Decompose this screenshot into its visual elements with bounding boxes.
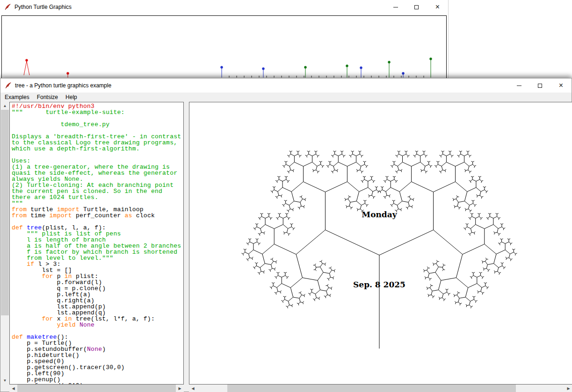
code-vertical-scrollbar[interactable]: ▲ ▼ [1, 102, 9, 385]
scroll-up-button[interactable]: ▲ [1, 102, 9, 110]
bg-turtle-canvas [1, 15, 447, 86]
bg-close-button[interactable]: × [427, 0, 448, 14]
fg-window-controls: × [508, 78, 572, 93]
canvas-horizontal-scrollbar[interactable]: ◀ ▶ [189, 385, 572, 392]
scroll-down-button[interactable]: ▼ [1, 377, 9, 385]
scroll-right-button[interactable]: ▶ [176, 385, 184, 392]
app-feather-icon [4, 3, 12, 11]
app-feather-icon [5, 82, 12, 89]
bg-window: Python Turtle Graphics × [0, 0, 449, 86]
menu-examples[interactable]: Examples [1, 93, 33, 102]
left-arrow-icon: ◀ [191, 387, 194, 391]
turtle-canvas-svg: MondaySep. 8 2025 [189, 102, 572, 384]
menu-help[interactable]: Help [62, 93, 81, 102]
scroll-left-button[interactable]: ◀ [189, 385, 197, 392]
maximize-icon [538, 84, 542, 88]
fg-window-title: tree - a Python turtle graphics example [15, 82, 111, 89]
bg-window-titlebar[interactable]: Python Turtle Graphics × [0, 0, 448, 14]
maximize-icon [414, 5, 419, 9]
right-arrow-icon: ▶ [567, 387, 570, 391]
bg-canvas-svg [2, 16, 446, 85]
fg-maximize-button[interactable] [529, 78, 550, 93]
up-arrow-icon: ▲ [3, 104, 7, 108]
menu-fontsize[interactable]: Fontsize [33, 93, 62, 102]
fg-minimize-button[interactable] [508, 78, 529, 93]
bg-window-title: Python Turtle Graphics [14, 4, 72, 10]
close-icon: × [559, 82, 563, 89]
bg-minimize-button[interactable] [385, 0, 406, 14]
left-arrow-icon: ◀ [12, 387, 14, 391]
code-editor[interactable]: #!/usr/bin/env python3""" turtle-example… [9, 102, 184, 385]
bg-maximize-button[interactable] [406, 0, 427, 14]
code-text: #!/usr/bin/env python3""" turtle-example… [10, 102, 183, 385]
fg-window: tree - a Python turtle graphics example … [0, 78, 572, 392]
minimize-icon [517, 86, 521, 86]
code-hscroll-thumb[interactable] [17, 385, 176, 392]
turtle-canvas: MondaySep. 8 2025 [189, 102, 572, 385]
right-arrow-icon: ▶ [178, 387, 181, 391]
fg-close-button[interactable]: × [550, 78, 572, 93]
menubar: Examples Fontsize Help [0, 93, 572, 102]
close-icon: × [435, 3, 440, 11]
bg-window-controls: × [385, 0, 448, 14]
minimize-icon [393, 7, 398, 7]
canvas-hscroll-thumb[interactable] [227, 385, 516, 392]
code-horizontal-scrollbar[interactable]: ◀ ▶ [9, 385, 184, 392]
svg-text:Monday: Monday [362, 210, 397, 219]
svg-text:Sep. 8 2025: Sep. 8 2025 [353, 280, 405, 289]
down-arrow-icon: ▼ [3, 379, 7, 383]
code-vscroll-thumb[interactable] [1, 110, 9, 315]
scroll-left-button[interactable]: ◀ [9, 385, 17, 392]
scroll-right-button[interactable]: ▶ [565, 385, 572, 392]
fg-window-titlebar[interactable]: tree - a Python turtle graphics example … [0, 78, 572, 93]
